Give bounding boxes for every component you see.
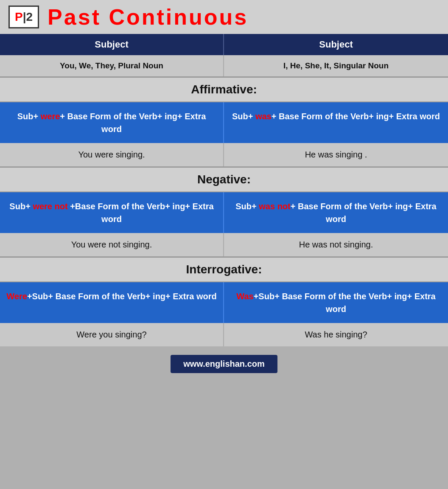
- aff-left-f1: Sub+: [17, 112, 41, 121]
- int-left-highlight: Were: [6, 292, 27, 301]
- aff-right-f2: + Base Form of the Verb+ ing+ Extra word: [272, 112, 440, 121]
- affirmative-formula-right: Sub+ was+ Base Form of the Verb+ ing+ Ex…: [224, 102, 448, 143]
- interrogative-formula-row: Were+Sub+ Base Form of the Verb+ ing+ Ex…: [0, 282, 448, 323]
- neg-right-highlight: was not: [259, 202, 290, 211]
- interrogative-example-row: Were you singing? Was he singing?: [0, 323, 448, 346]
- int-right-f2: +Sub+ Base Form of the the Verb+ ing+ Ex…: [254, 292, 436, 314]
- subject-header-right: Subject: [224, 34, 448, 55]
- negative-header: Negative:: [0, 166, 448, 192]
- negative-formula-right: Sub+ was not+ Base Form of the Verb+ ing…: [224, 192, 448, 233]
- aff-left-highlight: were: [41, 112, 60, 121]
- affirmative-header: Affirmative:: [0, 76, 448, 102]
- negative-example-right: He was not singing.: [224, 233, 448, 256]
- header: P|2 Past Continuous: [0, 0, 448, 34]
- website-label: www.englishan.com: [171, 355, 277, 373]
- interrogative-header: Interrogative:: [0, 256, 448, 282]
- interrogative-example-right: Was he singing?: [224, 323, 448, 346]
- page-title: Past Continuous: [48, 4, 248, 30]
- logo-sep: |: [23, 10, 26, 23]
- interrogative-formula-left: Were+Sub+ Base Form of the Verb+ ing+ Ex…: [0, 282, 224, 323]
- int-left-f2: +Sub+ Base Form of the Verb+ ing+ Extra …: [27, 292, 217, 301]
- aff-left-f2: + Base Form of the Verb+ ing+ Extra word: [60, 112, 206, 134]
- interrogative-example-left: Were you singing?: [0, 323, 224, 346]
- subject-header-row: Subject Subject: [0, 34, 448, 55]
- affirmative-example-row: You were singing. He was singing .: [0, 143, 448, 166]
- negative-formula-left: Sub+ were not +Base Form of the Verb+ in…: [0, 192, 224, 233]
- int-right-highlight: Was: [236, 292, 253, 301]
- negative-formula-row: Sub+ were not +Base Form of the Verb+ in…: [0, 192, 448, 233]
- affirmative-formula-row: Sub+ were+ Base Form of the Verb+ ing+ E…: [0, 102, 448, 143]
- subject-example-left: You, We, They, Plural Noun: [0, 55, 224, 76]
- affirmative-formula-left: Sub+ were+ Base Form of the Verb+ ing+ E…: [0, 102, 224, 143]
- aff-right-f1: Sub+: [232, 112, 255, 121]
- interrogative-formula-right: Was+Sub+ Base Form of the the Verb+ ing+…: [224, 282, 448, 323]
- neg-left-f1: Sub+: [9, 202, 33, 211]
- neg-right-f1: Sub+: [235, 202, 259, 211]
- affirmative-example-left: You were singing.: [0, 143, 224, 166]
- logo: P|2: [8, 6, 39, 28]
- footer: www.englishan.com: [0, 346, 448, 377]
- negative-example-row: You were not singing. He was not singing…: [0, 233, 448, 256]
- subject-example-row: You, We, They, Plural Noun I, He, She, I…: [0, 55, 448, 76]
- negative-example-left: You were not singing.: [0, 233, 224, 256]
- subject-header-left: Subject: [0, 34, 224, 55]
- subject-example-right: I, He, She, It, Singular Noun: [224, 55, 448, 76]
- aff-right-highlight: was: [255, 112, 272, 121]
- neg-left-f2: +Base Form of the Verb+ ing+ Extra word: [68, 202, 214, 224]
- affirmative-example-right: He was singing .: [224, 143, 448, 166]
- logo-p: P: [15, 10, 23, 23]
- logo-num: 2: [26, 10, 33, 23]
- neg-right-f2: + Base Form of the Verb+ ing+ Extra word: [291, 202, 437, 224]
- neg-left-highlight: were not: [33, 202, 67, 211]
